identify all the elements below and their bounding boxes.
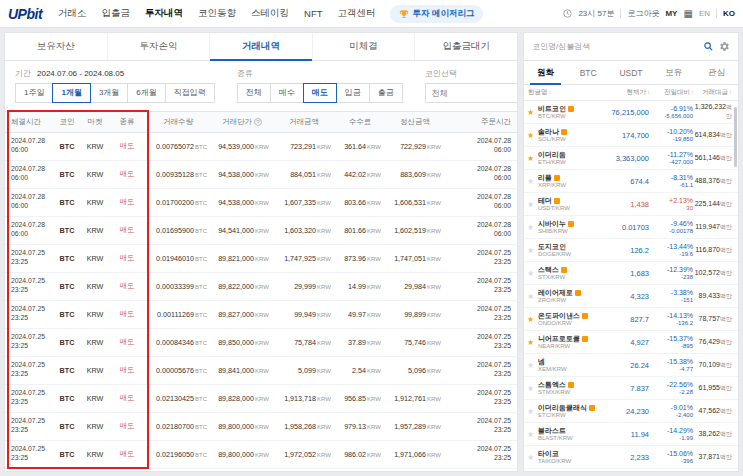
favorite-star-icon[interactable]: ★ [527, 200, 538, 209]
coin-search-input[interactable] [532, 42, 698, 51]
coin-row[interactable]: ★ 시바이누 SHIB/KRW 0.01703 -9.46%-0.00178 1… [524, 216, 738, 239]
coin-row[interactable]: ★ 이더리움클래식 ETC/KRW 24,230 -9.01%-2,400 47… [524, 400, 738, 423]
favorite-star-icon[interactable]: ★ [527, 315, 538, 324]
nav-item[interactable]: 고객센터 [338, 7, 376, 20]
filter-option-button[interactable]: 입금 [336, 83, 370, 103]
sidebar-tab[interactable]: USDT [610, 61, 653, 84]
favorite-star-icon[interactable]: ★ [527, 292, 538, 301]
favorite-star-icon[interactable]: ★ [527, 453, 538, 462]
filter-option-button[interactable]: 매도 [303, 83, 337, 103]
nav-item[interactable]: 투자내역 [145, 7, 183, 20]
favorite-star-icon[interactable]: ★ [527, 384, 538, 393]
coin-row[interactable]: ★ 비트코인 BTC/KRW 76,215,000 -6.91%-5,656,0… [524, 101, 738, 124]
coin-row[interactable]: ★ 스톰엑스 STMX/KRW 7.837 -22.56%-2.28 61,95… [524, 377, 738, 400]
cell-fee: 803.66KRW [335, 188, 385, 216]
table-column-header[interactable]: 거래수량? [145, 112, 211, 132]
table-column-header[interactable]: 마켓? [81, 112, 109, 132]
favorite-star-icon[interactable]: ★ [527, 338, 538, 347]
page-tab[interactable]: 투자손익 [108, 33, 211, 60]
coin-row[interactable]: ★ 넴 XEM/KRW 26.24 -15.38%-4.77 70,109백만 [524, 354, 738, 377]
coin-row[interactable]: ★ 도지코인 DOGE/KRW 126.2 -13.44%-19.6 116,8… [524, 239, 738, 262]
header-utility-area: 23시 57분 로그아웃 MY ▦ EN KO [563, 8, 735, 19]
cell-coin: BTC [53, 272, 81, 300]
table-column-header[interactable]: 종류? [109, 112, 145, 132]
sidebar-tab[interactable]: 보유 [652, 61, 695, 84]
sidebar-sort-header[interactable]: 전일대비↕ [650, 88, 694, 97]
coin-price: 76,215,000 [599, 108, 649, 117]
event-badge-icon [582, 336, 588, 342]
coin-row[interactable]: ★ 스택스 STX/KRW 1,683 -12.39%-238 102,572백… [524, 262, 738, 285]
sidebar-sort-header[interactable]: 현재가↕ [600, 88, 650, 97]
nav-item[interactable]: 입출금 [102, 7, 131, 20]
filter-option-button[interactable]: 직접입력 [165, 83, 215, 103]
coin-row[interactable]: ★ 니어프로토콜 NEAR/KRW 4,927 -15.37%-895 76,4… [524, 331, 738, 354]
filter-option-button[interactable]: 6개월 [127, 83, 165, 103]
nav-item[interactable]: 스테이킹 [251, 7, 289, 20]
filter-option-button[interactable]: 1개월 [52, 83, 90, 103]
lang-ko-button[interactable]: KO [723, 9, 735, 18]
table-column-header[interactable]: 주문시간? [445, 112, 517, 132]
table-column-header[interactable]: 정산금액? [385, 112, 445, 132]
logout-button[interactable]: 로그아웃 [627, 8, 659, 19]
filter-option-button[interactable]: 3개월 [90, 83, 128, 103]
nav-item[interactable]: NFT [304, 8, 322, 19]
table-column-header[interactable]: 수수료? [335, 112, 385, 132]
coin-row[interactable]: ★ 레이어제로 ZRO/KRW 4,323 -3.38%-151 89,433백… [524, 285, 738, 308]
coin-row[interactable]: ★ 테더 USDT/KRW 1,438 +2.13%30 225,144백만 [524, 193, 738, 216]
nav-item[interactable]: 거래소 [58, 7, 87, 20]
help-icon[interactable]: ? [254, 118, 262, 126]
sidebar-sort-header[interactable]: 거래대금↕ [694, 88, 732, 97]
favorite-star-icon[interactable]: ★ [527, 223, 538, 232]
cell-quantity: 0.02196050BTC [145, 440, 211, 468]
gear-icon[interactable] [719, 41, 730, 52]
page-tab[interactable]: 보유자산 [5, 33, 108, 60]
coin-change: -8.31%-61.1 [649, 174, 693, 189]
sidebar-tab[interactable]: BTC [567, 61, 610, 84]
nav-item[interactable]: 코인동향 [198, 7, 236, 20]
page-tab[interactable]: 거래내역 [210, 33, 313, 60]
cell-unit-price: 89,821,000KRW [211, 244, 273, 272]
apps-grid-icon[interactable]: ▦ [683, 8, 692, 19]
coin-row[interactable]: ★ 블라스트 BLAST/KRW 11.94 -14.29%-1.99 38,2… [524, 423, 738, 446]
coin-select-input[interactable] [432, 89, 518, 98]
coin-name-block: 넴 XEM/KRW [538, 358, 599, 373]
filter-option-button[interactable]: 전체 [237, 83, 271, 103]
sidebar-tab[interactable]: 원화 [524, 61, 567, 84]
favorite-star-icon[interactable]: ★ [527, 407, 538, 416]
cell-order-type: 매도 [109, 188, 145, 216]
favorite-star-icon[interactable]: ★ [527, 154, 538, 163]
coin-row[interactable]: ★ 온도파이낸스 ONDO/KRW 827.7 -14.13%-136.2 78… [524, 308, 738, 331]
table-column-header[interactable]: 코인? [53, 112, 81, 132]
search-icon[interactable] [703, 41, 714, 52]
coin-volume: 89,433백만 [693, 292, 732, 301]
cell-quantity: 0.00111269BTC [145, 300, 211, 328]
filter-option-button[interactable]: 매수 [270, 83, 304, 103]
sidebar-sort-header[interactable]: 한글명↕ [528, 88, 600, 97]
coin-row[interactable]: ★ 이더리움 ETH/KRW 3,363,000 -11.27%-427,000… [524, 147, 738, 170]
cell-order-type: 매도 [109, 272, 145, 300]
upbit-logo[interactable]: UPbit [8, 6, 42, 22]
table-column-header[interactable]: 체결시간? [5, 112, 53, 132]
my-menu[interactable]: MY [665, 9, 677, 18]
favorite-star-icon[interactable]: ★ [527, 108, 538, 117]
filter-option-button[interactable]: 출금 [369, 83, 403, 103]
sidebar-tab[interactable]: 관심 [695, 61, 738, 84]
filter-option-button[interactable]: 1주일 [15, 83, 53, 103]
table-column-header[interactable]: 거래단가? [211, 112, 273, 132]
favorite-star-icon[interactable]: ★ [527, 177, 538, 186]
sidebar-tabs: 원화BTCUSDT보유관심 [524, 61, 738, 85]
favorite-star-icon[interactable]: ★ [527, 131, 538, 140]
page-tab[interactable]: 미체결 [313, 33, 416, 60]
scrollbar-thumb[interactable] [734, 107, 737, 167]
page-tab[interactable]: 입출금대기 [415, 33, 517, 60]
favorite-star-icon[interactable]: ★ [527, 361, 538, 370]
major-league-button[interactable]: 투자 메이저리그 [390, 5, 484, 23]
coin-row[interactable]: ★ 타이코 TAIKO/KRW 2,233 -15.06%-396 37,871… [524, 446, 738, 469]
table-column-header[interactable]: 거래금액? [273, 112, 335, 132]
favorite-star-icon[interactable]: ★ [527, 430, 538, 439]
favorite-star-icon[interactable]: ★ [527, 246, 538, 255]
lang-en-button[interactable]: EN [699, 9, 710, 18]
favorite-star-icon[interactable]: ★ [527, 269, 538, 278]
coin-row[interactable]: ★ 솔라나 SOL/KRW 174,700 -10.20%-19,850 614… [524, 124, 738, 147]
coin-row[interactable]: ★ 리플 XRP/KRW 674.4 -8.31%-61.1 488,376백만 [524, 170, 738, 193]
